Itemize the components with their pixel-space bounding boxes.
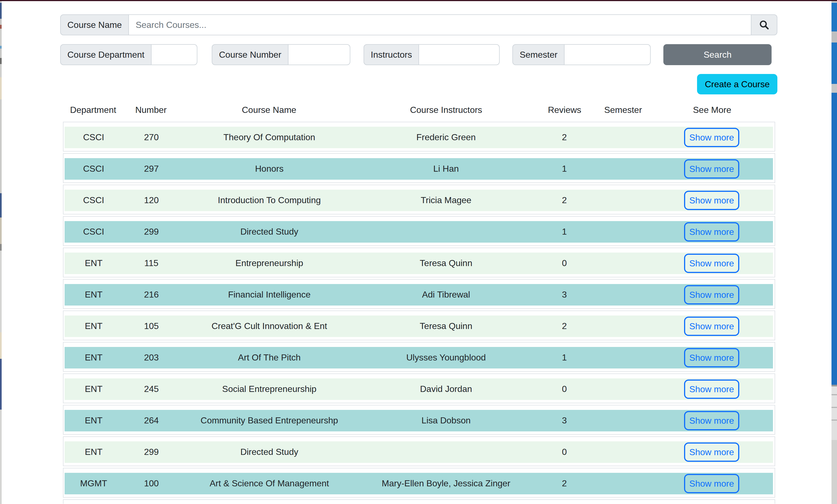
- instructors-label: Instructors: [363, 44, 419, 65]
- course-row-card: ENT 115 Entrepreneurship Teresa Quinn 0 …: [63, 248, 775, 277]
- semester-input[interactable]: [565, 44, 651, 65]
- cell-number: 299: [123, 221, 180, 237]
- cell-department: ENT: [65, 316, 123, 331]
- cell-number: 270: [123, 127, 180, 143]
- table-row: MGMT 100 Art & Science Of Management Mar…: [65, 473, 773, 494]
- cell-see-more: Show more: [651, 316, 773, 336]
- cell-instructors: Frederic Green: [359, 127, 534, 143]
- course-row-card: ENT 299 Directed Study 0 Show more: [63, 436, 775, 466]
- show-more-button[interactable]: Show more: [684, 191, 739, 210]
- cell-department: ENT: [65, 253, 123, 269]
- course-department-input[interactable]: [152, 44, 197, 65]
- cell-course-name: Creat'G Cult Innovation & Ent: [180, 316, 359, 331]
- courses-table: Department Number Course Name Course Ins…: [63, 105, 775, 504]
- cell-semester: [595, 347, 651, 352]
- filter-course-number: Course Number: [212, 44, 350, 65]
- cell-course-name: Directed Study: [180, 442, 359, 457]
- cell-semester: [595, 190, 651, 195]
- cell-department: ENT: [65, 347, 123, 363]
- filter-semester: Semester: [512, 44, 651, 65]
- cell-department: CSCI: [65, 127, 123, 143]
- course-number-input[interactable]: [288, 44, 350, 65]
- create-course-row: Create a Course: [60, 74, 777, 94]
- semester-label: Semester: [512, 44, 565, 65]
- cell-instructors: [359, 221, 534, 226]
- cell-course-name: Theory Of Computation: [180, 127, 359, 143]
- cell-number: 216: [123, 284, 180, 300]
- table-row: CSCI 270 Theory Of Computation Frederic …: [65, 127, 773, 148]
- cell-course-name: Art Of The Pitch: [180, 347, 359, 363]
- cell-course-name: Honors: [180, 158, 359, 174]
- cell-number: 120: [123, 190, 180, 205]
- cell-course-name: Directed Study: [180, 221, 359, 237]
- show-more-button[interactable]: Show more: [684, 285, 739, 304]
- show-more-button[interactable]: Show more: [684, 254, 739, 273]
- search-button[interactable]: Search: [663, 44, 771, 65]
- cell-semester: [595, 473, 651, 478]
- show-more-button[interactable]: Show more: [684, 443, 739, 462]
- course-row-card: CSCI 297 Honors Li Han 1 Show more: [63, 153, 775, 183]
- show-more-button[interactable]: Show more: [684, 474, 739, 493]
- header-course-instructors: Course Instructors: [359, 105, 534, 115]
- cell-semester: [595, 127, 651, 132]
- cell-course-name: Social Entrepreneurship: [180, 378, 359, 394]
- cell-semester: [595, 442, 651, 446]
- cell-reviews: 0: [534, 378, 595, 394]
- course-row-card: ENT 203 Art Of The Pitch Ulysses Youngbl…: [63, 342, 775, 372]
- course-number-label: Course Number: [212, 44, 288, 65]
- search-icon-button[interactable]: [751, 14, 777, 35]
- cell-reviews: 0: [534, 253, 595, 269]
- cell-see-more: Show more: [651, 221, 773, 241]
- cell-department: ENT: [65, 410, 123, 426]
- cell-department: ENT: [65, 442, 123, 457]
- cell-semester: [595, 253, 651, 257]
- cell-instructors: Teresa Quinn: [359, 316, 534, 331]
- next-row-partial: [63, 499, 775, 504]
- cell-department: ENT: [65, 378, 123, 394]
- cell-semester: [595, 221, 651, 226]
- show-more-button[interactable]: Show more: [684, 411, 739, 430]
- show-more-button[interactable]: Show more: [684, 379, 739, 399]
- cell-reviews: 1: [534, 158, 595, 174]
- cell-course-name: Community Based Entrepeneurshp: [180, 410, 359, 426]
- header-reviews: Reviews: [534, 105, 595, 115]
- table-header: Department Number Course Name Course Ins…: [63, 105, 775, 115]
- desktop-left-sliver: [0, 1, 2, 504]
- cell-instructors: Lisa Dobson: [359, 410, 534, 426]
- cell-department: CSCI: [65, 221, 123, 237]
- cell-number: 299: [123, 442, 180, 457]
- cell-instructors: Mary-Ellen Boyle, Jessica Zinger: [359, 473, 534, 489]
- cell-number: 245: [123, 378, 180, 394]
- course-row-card: CSCI 120 Introduction To Computing Trici…: [63, 185, 775, 214]
- cell-course-name: Entrepreneurship: [180, 253, 359, 269]
- cell-see-more: Show more: [651, 190, 773, 210]
- table-row: ENT 245 Social Entrepreneurship David Jo…: [65, 378, 773, 400]
- table-row: CSCI 299 Directed Study 1 Show more: [65, 221, 773, 242]
- show-more-button[interactable]: Show more: [684, 348, 739, 367]
- cell-see-more: Show more: [651, 284, 773, 304]
- course-row-card: ENT 245 Social Entrepreneurship David Jo…: [63, 374, 775, 403]
- table-row: CSCI 297 Honors Li Han 1 Show more: [65, 158, 773, 180]
- header-course-name: Course Name: [180, 105, 359, 115]
- cell-see-more: Show more: [651, 473, 773, 493]
- show-more-button[interactable]: Show more: [684, 317, 739, 336]
- show-more-button[interactable]: Show more: [684, 159, 739, 179]
- create-course-button[interactable]: Create a Course: [697, 74, 777, 94]
- table-row: ENT 115 Entrepreneurship Teresa Quinn 0 …: [65, 253, 773, 274]
- cell-reviews: 2: [534, 473, 595, 489]
- cell-semester: [595, 378, 651, 383]
- cell-course-name: Art & Science Of Management: [180, 473, 359, 489]
- table-row: ENT 203 Art Of The Pitch Ulysses Youngbl…: [65, 347, 773, 368]
- table-row: ENT 105 Creat'G Cult Innovation & Ent Te…: [65, 316, 773, 337]
- show-more-button[interactable]: Show more: [684, 222, 739, 241]
- search-input[interactable]: [129, 14, 751, 35]
- cell-instructors: [359, 442, 534, 446]
- cell-department: CSCI: [65, 190, 123, 205]
- show-more-button[interactable]: Show more: [684, 128, 739, 147]
- cell-number: 203: [123, 347, 180, 363]
- filter-course-department: Course Department: [60, 44, 197, 65]
- cell-number: 297: [123, 158, 180, 174]
- header-number: Number: [122, 105, 180, 115]
- course-row-card: CSCI 270 Theory Of Computation Frederic …: [63, 122, 775, 151]
- instructors-input[interactable]: [419, 44, 500, 65]
